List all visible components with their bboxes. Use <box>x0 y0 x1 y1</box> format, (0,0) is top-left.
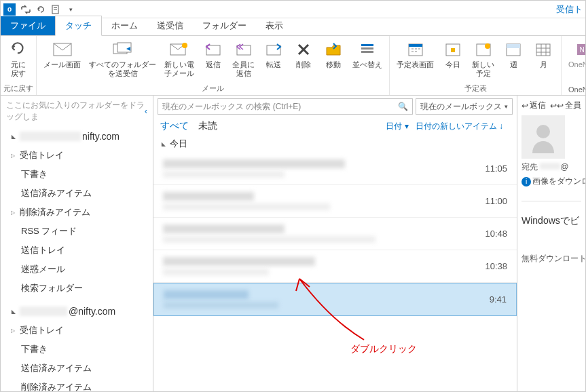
reading-reply[interactable]: ↩返信 <box>521 100 546 111</box>
outbox-1[interactable]: 送信トレイ <box>1 241 153 260</box>
today-button[interactable]: 今日 <box>438 37 468 82</box>
message-row[interactable]: 11:05 <box>153 153 517 185</box>
reading-pane: ↩返信 ↩↩全員 宛先 @ i画像をダウンロー Windowsでビ 無料ダウンロ… <box>517 96 585 392</box>
tab-touch[interactable]: タッチ <box>55 16 102 36</box>
download-images[interactable]: i画像をダウンロー <box>521 176 581 187</box>
inbox-2[interactable]: 受信トレイ <box>1 321 153 340</box>
reply-button[interactable]: 返信 <box>198 37 228 82</box>
sort-order[interactable]: 日付の新しいアイテム ↓ <box>416 121 503 132</box>
delete-icon <box>296 39 311 60</box>
sort-icon <box>360 39 375 60</box>
message-row[interactable]: 10:48 <box>153 218 517 250</box>
search-icon[interactable]: 🔍 <box>398 102 408 111</box>
forward-button[interactable]: 転送 <box>259 37 289 82</box>
allfolders-button[interactable]: すべてのフォルダー を送受信 <box>85 37 160 82</box>
message-preview-redacted <box>163 257 466 275</box>
search-scope-dropdown[interactable]: 現在のメールボックス ▾ <box>416 98 513 115</box>
month-button[interactable]: 月 <box>528 37 558 82</box>
week-button[interactable]: 週 <box>498 37 528 82</box>
month-icon <box>535 39 551 60</box>
group-cal-label: 予定表 <box>392 82 558 95</box>
reply-icon <box>204 39 222 60</box>
group-onenote-label: OneNote <box>564 84 586 95</box>
group-today[interactable]: 今日 <box>153 135 517 153</box>
rss-1[interactable]: RSS フィード <box>1 222 153 241</box>
message-time: 10:48 <box>466 229 507 239</box>
body-line-2: 無料ダウンロート <box>521 253 581 264</box>
svg-rect-13 <box>361 51 373 53</box>
move-button[interactable]: 移動 <box>318 37 348 82</box>
delete-button[interactable]: 削除 <box>289 37 318 82</box>
undo-icon <box>10 39 27 60</box>
junk-1[interactable]: 迷惑メール <box>1 260 153 279</box>
drafts-1[interactable]: 下書き <box>1 165 153 184</box>
deleted-1[interactable]: 削除済みアイテム <box>1 203 153 222</box>
message-preview-redacted <box>163 224 466 243</box>
calendar-icon <box>407 39 424 60</box>
drafts-2[interactable]: 下書き <box>1 340 153 359</box>
svg-rect-11 <box>361 44 373 46</box>
inbox-1[interactable]: 受信トレイ <box>1 146 153 165</box>
sort-by-date[interactable]: 日付 ▾ <box>386 121 408 132</box>
svg-point-25 <box>536 125 550 138</box>
mailscreen-button[interactable]: メール画面 <box>39 37 85 82</box>
account-2-name-redacted <box>20 307 67 316</box>
move-icon <box>325 39 342 60</box>
ribbon: 元に 戻す 元に戻す メール画面 すべてのフォルダー を送受信 新しい電 子メー… <box>1 36 585 96</box>
filter-all[interactable]: すべて <box>160 120 189 132</box>
folder-nav: ここにお気に入りのフォルダーをドラッグしま ‹ nifty.com 受信トレイ … <box>1 96 153 392</box>
week-icon <box>505 39 521 60</box>
calview-button[interactable]: 予定表画面 <box>392 37 438 82</box>
tab-folder[interactable]: フォルダー <box>193 16 256 35</box>
favorites-hint: ここにお気に入りのフォルダーをドラッグしま ‹ <box>1 96 153 127</box>
ribbon-tabs: ファイル タッチ ホーム 送受信 フォルダー 表示 <box>1 18 585 36</box>
newmail-button[interactable]: 新しい電 子メール <box>160 37 198 82</box>
chevron-left-icon[interactable]: ‹ <box>145 106 147 116</box>
message-time: 10:38 <box>466 261 507 271</box>
qat-customize-icon[interactable]: ▾ <box>63 2 78 17</box>
svg-rect-17 <box>451 48 455 52</box>
account-1[interactable]: nifty.com <box>1 127 153 146</box>
chevron-down-icon: ▾ <box>505 103 508 110</box>
account-2[interactable]: @nifty.com <box>1 302 153 321</box>
tab-view[interactable]: 表示 <box>256 16 293 35</box>
sort-button[interactable]: 並べ替え <box>348 37 386 82</box>
filter-unread[interactable]: 未読 <box>198 120 217 132</box>
search-1[interactable]: 検索フォルダー <box>1 279 153 298</box>
window-title: 受信ト <box>556 3 583 16</box>
svg-rect-22 <box>536 44 550 56</box>
forward-icon <box>265 39 282 60</box>
sent-1[interactable]: 送信済みアイテム <box>1 184 153 203</box>
group-undo-label: 元に戻す <box>3 82 33 95</box>
newappt-button[interactable]: 新しい 予定 <box>468 37 498 82</box>
message-row[interactable]: 10:38 <box>153 250 517 283</box>
outlook-app-icon: o <box>3 3 16 16</box>
svg-rect-8 <box>206 45 220 55</box>
undo-icon[interactable] <box>33 2 48 17</box>
tab-file[interactable]: ファイル <box>1 16 55 35</box>
message-preview-redacted <box>163 192 466 210</box>
undo-button[interactable]: 元に 戻す <box>3 37 33 82</box>
envelope-icon <box>53 39 72 60</box>
message-preview-redacted <box>164 290 466 309</box>
message-row-selected[interactable]: 9:41 <box>153 283 517 316</box>
search-input[interactable]: 現在のメールボックス の検索 (Ctrl+E) 🔍 <box>158 98 413 115</box>
message-time: 9:41 <box>466 294 507 305</box>
onenote-button[interactable]: N OneNote <box>564 37 586 84</box>
svg-rect-2 <box>54 9 57 10</box>
deleted-2[interactable]: 削除済みアイテム <box>1 378 153 392</box>
replyall-button[interactable]: 全員に 返信 <box>228 37 259 82</box>
tab-home[interactable]: ホーム <box>102 16 147 35</box>
message-row[interactable]: 11:00 <box>153 185 517 218</box>
tab-sendrecv[interactable]: 送受信 <box>147 16 193 35</box>
replyall-icon: ↩↩ <box>550 101 564 111</box>
to-line: 宛先 @ <box>521 161 581 173</box>
svg-rect-1 <box>54 7 57 8</box>
annotation-label: ダブルクリック <box>350 343 417 355</box>
reading-replyall[interactable]: ↩↩全員 <box>550 100 581 111</box>
qat-paste-icon[interactable] <box>48 2 63 17</box>
sendrecv-icon <box>113 39 133 60</box>
qat-sendrecv-icon[interactable] <box>18 2 33 17</box>
sent-2[interactable]: 送信済みアイテム <box>1 359 153 378</box>
today-icon <box>445 39 461 60</box>
